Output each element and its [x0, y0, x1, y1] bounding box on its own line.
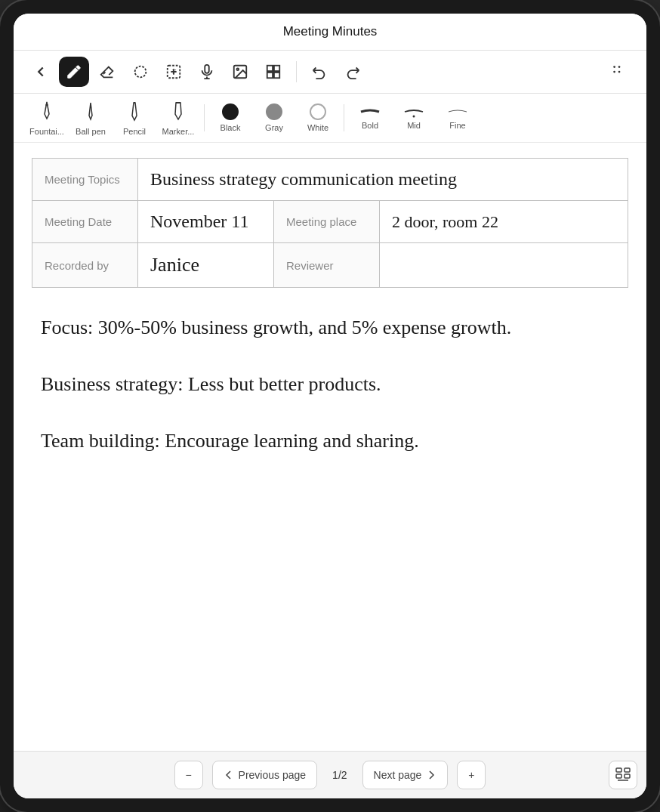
eraser-tool-button[interactable]	[92, 57, 122, 87]
page-indicator: 1/2	[326, 769, 353, 781]
svg-point-11	[618, 66, 621, 68]
grid-view-icon	[615, 767, 631, 783]
total-pages: 2	[341, 769, 347, 781]
ball-pen-icon	[82, 100, 99, 124]
title-bar: Meeting Minutes	[14, 14, 646, 51]
grid-view-button[interactable]	[609, 761, 637, 789]
white-color-label: White	[307, 123, 328, 132]
toolbar-separator-1	[296, 61, 297, 82]
meeting-topics-label: Meeting Topics	[32, 159, 138, 201]
meeting-place-label: Meeting place	[274, 201, 380, 243]
svg-point-12	[613, 71, 615, 73]
plus-icon: +	[468, 769, 474, 781]
meeting-place-value: 2 door, room 22	[380, 201, 628, 243]
layout-button[interactable]	[258, 57, 288, 87]
meeting-topics-handwriting: Business strategy communication meeting	[150, 169, 457, 189]
note-line-3: Team building: Encourage learning and sh…	[41, 424, 619, 459]
previous-page-label: Previous page	[239, 769, 307, 781]
pencil-label: Pencil	[123, 127, 146, 136]
svg-point-13	[618, 71, 621, 73]
svg-rect-8	[267, 73, 273, 78]
device-screen: Meeting Minutes	[14, 14, 646, 798]
meeting-date-handwriting: November 11	[150, 211, 248, 231]
svg-rect-15	[616, 768, 621, 772]
pencil-icon	[126, 100, 143, 124]
bold-stroke-label: Bold	[362, 121, 378, 130]
next-page-label: Next page	[374, 769, 422, 781]
pen-tool-button[interactable]	[59, 57, 89, 87]
black-color-button[interactable]: Black	[209, 98, 251, 137]
ball-pen-button[interactable]: Ball pen	[69, 98, 112, 137]
white-color-button[interactable]: White	[297, 98, 339, 137]
minus-icon: −	[185, 769, 191, 781]
decrease-button[interactable]: −	[174, 761, 203, 789]
pen-separator-1	[204, 104, 205, 131]
pen-sub-toolbar: Fountai... Ball pen Pencil	[14, 94, 646, 143]
table-row-recorder: Recorded by Janice Reviewer	[32, 243, 628, 288]
meeting-date-value: November 11	[138, 201, 274, 243]
svg-rect-17	[616, 774, 621, 778]
black-color-label: Black	[221, 123, 241, 132]
add-page-button[interactable]: +	[457, 761, 486, 789]
bold-stroke-sample	[358, 106, 382, 118]
gray-color-label: Gray	[265, 123, 283, 132]
ball-pen-label: Ball pen	[76, 127, 106, 136]
gray-color-button[interactable]: Gray	[253, 98, 295, 137]
next-arrow-icon	[426, 770, 436, 780]
pencil-button[interactable]: Pencil	[113, 98, 156, 137]
meeting-topics-value: Business strategy communication meeting	[138, 159, 628, 201]
svg-point-14	[413, 116, 415, 118]
fountain-pen-label: Fountai...	[29, 127, 64, 136]
black-color-circle	[222, 103, 239, 120]
fountain-pen-button[interactable]: Fountai...	[26, 98, 68, 137]
note-line-1: Focus: 30%-50% business growth, and 5% e…	[41, 310, 619, 346]
pen-separator-2	[344, 104, 344, 131]
more-options-button[interactable]	[604, 57, 634, 87]
mid-stroke-sample	[402, 106, 426, 118]
mid-stroke-button[interactable]: Mid	[393, 98, 435, 137]
notes-area: Focus: 30%-50% business growth, and 5% e…	[14, 288, 646, 495]
fountain-pen-icon	[39, 100, 55, 124]
svg-point-0	[135, 66, 146, 78]
prev-arrow-icon	[224, 770, 234, 780]
gray-color-circle	[266, 103, 282, 120]
table-row-topics: Meeting Topics Business strategy communi…	[32, 159, 628, 201]
bold-stroke-button[interactable]: Bold	[349, 98, 391, 137]
svg-rect-16	[625, 768, 630, 772]
fine-stroke-button[interactable]: Fine	[436, 98, 479, 137]
undo-button[interactable]	[304, 57, 335, 87]
mid-stroke-label: Mid	[407, 121, 421, 130]
back-button[interactable]	[26, 57, 56, 87]
device-frame: Meeting Minutes	[0, 0, 660, 812]
fine-stroke-sample	[446, 106, 470, 118]
marker-label: Marker...	[162, 127, 195, 136]
next-page-button[interactable]: Next page	[362, 761, 449, 789]
text-tool-button[interactable]: T	[159, 57, 189, 87]
svg-rect-7	[274, 66, 279, 71]
white-color-circle	[310, 103, 326, 120]
svg-rect-3	[205, 65, 209, 73]
app-title: Meeting Minutes	[283, 24, 378, 39]
recorded-by-label: Recorded by	[32, 243, 138, 288]
meeting-table: Meeting Topics Business strategy communi…	[32, 158, 628, 288]
reviewer-label: Reviewer	[274, 243, 380, 288]
marker-button[interactable]: Marker...	[157, 98, 199, 137]
lasso-tool-button[interactable]	[125, 57, 156, 87]
svg-rect-18	[625, 774, 630, 778]
mic-button[interactable]	[192, 57, 222, 87]
bottom-nav: − Previous page 1/2 Next page +	[14, 751, 646, 798]
reviewer-value	[380, 243, 628, 288]
svg-rect-6	[267, 66, 273, 71]
meeting-place-handwriting: 2 door, room 22	[392, 212, 498, 231]
content-area: Meeting Topics Business strategy communi…	[14, 143, 646, 751]
previous-page-button[interactable]: Previous page	[212, 761, 318, 789]
table-row-date: Meeting Date November 11 Meeting place 2…	[32, 201, 628, 243]
recorded-by-handwriting: Janice	[150, 254, 199, 276]
redo-button[interactable]	[338, 57, 368, 87]
svg-rect-9	[274, 73, 279, 78]
marker-icon	[170, 100, 187, 124]
current-page: 1	[332, 769, 338, 781]
meeting-date-label: Meeting Date	[32, 201, 138, 243]
svg-point-10	[613, 66, 615, 68]
image-button[interactable]	[225, 57, 255, 87]
